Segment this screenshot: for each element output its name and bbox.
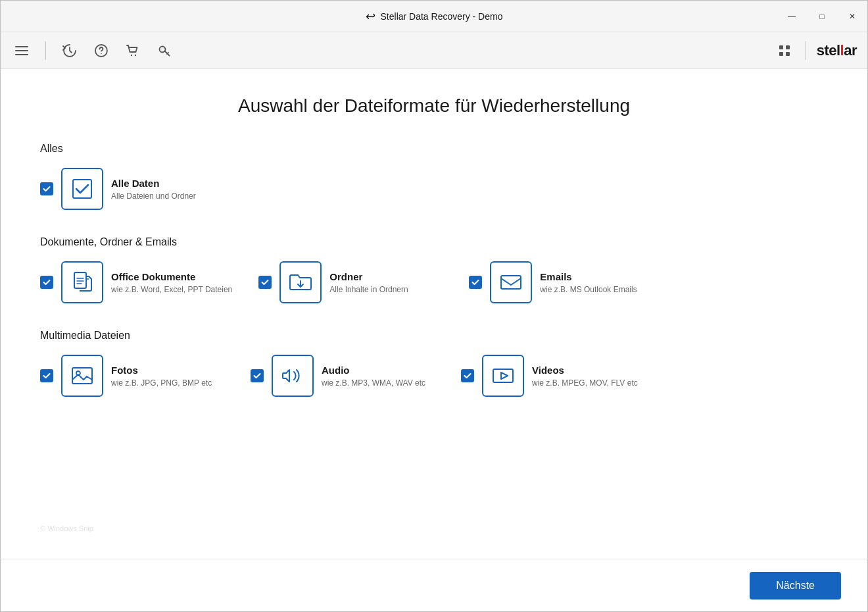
history-icon[interactable]	[59, 40, 80, 61]
videos-subtitle: wie z.B. MPEG, MOV, FLV etc	[532, 378, 638, 388]
fotos-text: Fotos wie z.B. JPG, PNG, BMP etc	[111, 365, 212, 388]
svg-rect-8	[779, 45, 783, 49]
checkbox-alle-daten[interactable]	[40, 182, 53, 195]
main-content: Auswahl der Dateiformate für Wiederherst…	[1, 69, 867, 559]
item-office: Office Dokumente wie z.B. Word, Excel, P…	[40, 261, 232, 303]
cart-icon[interactable]	[122, 40, 143, 61]
svg-rect-1	[15, 50, 28, 51]
item-ordner: Ordner Alle Inhalte in Ordnern	[258, 261, 443, 303]
minimize-button[interactable]: —	[777, 1, 807, 32]
page-title: Auswahl der Dateiformate für Wiederherst…	[40, 95, 828, 116]
audio-text: Audio wie z.B. MP3, WMA, WAV etc	[322, 365, 425, 388]
svg-rect-0	[15, 46, 28, 47]
grid-icon[interactable]	[774, 40, 795, 61]
svg-point-6	[135, 54, 136, 55]
videos-icon-box	[482, 355, 524, 397]
section-alles-label: Alles	[40, 143, 828, 155]
videos-title: Videos	[532, 365, 638, 376]
videos-text: Videos wie z.B. MPEG, MOV, FLV etc	[532, 365, 638, 388]
section-alles: Alles Alle	[40, 143, 828, 210]
next-button[interactable]: Nächste	[750, 572, 841, 599]
help-icon[interactable]	[91, 40, 112, 61]
checkbox-office[interactable]	[40, 276, 53, 289]
fotos-title: Fotos	[111, 365, 212, 376]
svg-point-5	[131, 54, 132, 55]
title-bar-title: ↩ Stellar Data Recovery - Demo	[366, 9, 503, 24]
svg-rect-2	[15, 54, 28, 55]
emails-icon-box	[490, 261, 532, 303]
item-fotos: Fotos wie z.B. JPG, PNG, BMP etc	[40, 355, 224, 397]
alle-daten-icon	[61, 168, 103, 210]
svg-rect-11	[786, 52, 790, 56]
ordner-subtitle: Alle Inhalte in Ordnern	[329, 285, 408, 294]
item-emails: Emails wie z.B. MS Outlook Emails	[469, 261, 653, 303]
fotos-subtitle: wie z.B. JPG, PNG, BMP etc	[111, 378, 212, 388]
window-title: Stellar Data Recovery - Demo	[381, 11, 503, 22]
audio-title: Audio	[322, 365, 425, 376]
toolbar-divider-1	[45, 41, 46, 60]
checkbox-videos[interactable]	[461, 369, 474, 382]
emails-title: Emails	[540, 271, 637, 282]
office-text: Office Dokumente wie z.B. Word, Excel, P…	[111, 271, 232, 294]
toolbar-left	[11, 40, 175, 61]
item-videos: Videos wie z.B. MPEG, MOV, FLV etc	[461, 355, 645, 397]
svg-rect-17	[493, 369, 513, 382]
watermark: © Windows Snip	[40, 524, 93, 532]
audio-icon-box	[272, 355, 314, 397]
audio-subtitle: wie z.B. MP3, WMA, WAV etc	[322, 378, 425, 388]
section-multimedia-label: Multimedia Dateien	[40, 330, 828, 342]
checkbox-audio[interactable]	[251, 369, 264, 382]
toolbar: stellar	[1, 32, 867, 69]
ordner-icon-box	[279, 261, 322, 303]
emails-text: Emails wie z.B. MS Outlook Emails	[540, 271, 637, 294]
svg-rect-13	[74, 272, 86, 288]
svg-rect-10	[779, 52, 783, 56]
section-multimedia: Multimedia Dateien	[40, 330, 828, 397]
checkbox-ordner[interactable]	[258, 276, 272, 289]
fotos-icon-box	[61, 355, 103, 397]
title-bar: ↩ Stellar Data Recovery - Demo — □ ✕	[1, 1, 867, 32]
checkbox-fotos[interactable]	[40, 369, 53, 382]
office-subtitle: wie z.B. Word, Excel, PPT Dateien	[111, 285, 232, 294]
alle-daten-text: Alle Daten Alle Dateien und Ordner	[111, 178, 196, 201]
checkbox-emails[interactable]	[469, 276, 482, 289]
section-alles-items: Alle Daten Alle Dateien und Ordner	[40, 168, 828, 210]
item-alle-daten: Alle Daten Alle Dateien und Ordner	[40, 168, 224, 210]
office-icon-box	[61, 261, 103, 303]
alle-daten-title: Alle Daten	[111, 178, 196, 189]
toolbar-divider-2	[806, 41, 806, 60]
menu-icon[interactable]	[11, 40, 32, 61]
stellar-logo-highlight: l	[840, 42, 844, 59]
ordner-text: Ordner Alle Inhalte in Ordnern	[329, 271, 408, 294]
footer: Nächste	[1, 559, 867, 611]
key-icon[interactable]	[154, 40, 175, 61]
svg-rect-15	[72, 368, 92, 384]
emails-subtitle: wie z.B. MS Outlook Emails	[540, 285, 637, 294]
svg-point-4	[101, 53, 102, 54]
main-window: ↩ Stellar Data Recovery - Demo — □ ✕	[0, 0, 868, 612]
title-bar-controls: — □ ✕	[777, 1, 867, 32]
stellar-logo: stellar	[817, 42, 857, 59]
ordner-title: Ordner	[329, 271, 408, 282]
svg-rect-9	[786, 45, 790, 49]
svg-rect-14	[501, 276, 521, 289]
section-multimedia-items: Fotos wie z.B. JPG, PNG, BMP etc	[40, 355, 828, 397]
maximize-button[interactable]: □	[807, 1, 837, 32]
alle-daten-subtitle: Alle Dateien und Ordner	[111, 191, 196, 201]
item-audio: Audio wie z.B. MP3, WMA, WAV etc	[251, 355, 435, 397]
toolbar-right: stellar	[774, 40, 857, 61]
office-title: Office Dokumente	[111, 271, 232, 282]
section-dokumente-label: Dokumente, Ordner & Emails	[40, 236, 828, 248]
back-icon: ↩	[366, 9, 375, 24]
section-dokumente: Dokumente, Ordner & Emails	[40, 236, 828, 303]
close-button[interactable]: ✕	[837, 1, 867, 32]
section-dokumente-items: Office Dokumente wie z.B. Word, Excel, P…	[40, 261, 828, 303]
